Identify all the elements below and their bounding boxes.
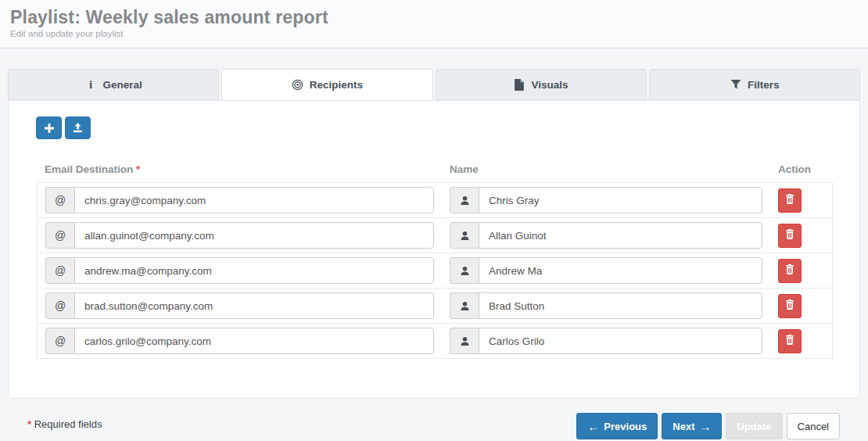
name-input[interactable]	[479, 257, 762, 284]
action-cell	[770, 329, 832, 353]
tab-visuals-label: Visuals	[532, 79, 569, 91]
tab-bar: i General Recipients Visuals Filters	[8, 69, 860, 100]
action-column-header: Action	[770, 163, 833, 175]
action-cell	[770, 188, 832, 213]
recipient-row: @	[38, 253, 832, 289]
required-fields-note: * Required fields	[27, 413, 102, 430]
user-icon	[450, 292, 479, 319]
user-icon	[450, 222, 479, 249]
email-column-header: Email Destination *	[37, 163, 442, 175]
page-title: Playlist: Weekly sales amount report	[10, 7, 858, 28]
name-input[interactable]	[479, 328, 762, 354]
user-icon	[450, 328, 479, 354]
cancel-button[interactable]: Cancel	[787, 413, 840, 439]
trash-icon	[785, 229, 794, 242]
plus-icon	[45, 124, 54, 133]
user-icon	[450, 257, 479, 284]
trash-icon	[785, 335, 794, 347]
email-input[interactable]	[74, 187, 434, 213]
bullseye-icon	[292, 79, 303, 91]
at-icon: @	[45, 328, 74, 354]
at-icon: @	[45, 257, 74, 284]
tab-general[interactable]: i General	[8, 69, 219, 100]
trash-icon	[785, 299, 794, 312]
tab-recipients-label: Recipients	[310, 79, 363, 91]
trash-icon	[785, 264, 794, 277]
arrow-left-icon: ←	[587, 421, 599, 432]
action-cell	[770, 224, 832, 248]
name-cell	[442, 222, 770, 249]
content-area: i General Recipients Visuals Filters	[0, 69, 868, 439]
name-cell	[442, 257, 770, 284]
recipient-row: @	[38, 324, 832, 359]
arrow-right-icon: →	[699, 421, 711, 432]
action-cell	[770, 259, 832, 283]
name-column-header: Name	[442, 163, 770, 175]
delete-recipient-button[interactable]	[778, 259, 802, 283]
email-input[interactable]	[74, 292, 434, 319]
recipients-table-body: @ @	[37, 182, 833, 359]
name-input[interactable]	[479, 222, 762, 249]
email-input[interactable]	[74, 222, 434, 249]
email-input[interactable]	[74, 257, 434, 284]
previous-button[interactable]: ← Previous	[576, 413, 658, 439]
footer-bar: * Required fields ← Previous Next → Upda…	[8, 399, 860, 439]
email-cell: @	[38, 328, 442, 354]
user-icon	[450, 187, 479, 213]
tab-visuals[interactable]: Visuals	[436, 69, 647, 100]
footer-buttons: ← Previous Next → Update Cancel	[576, 413, 840, 439]
recipient-row: @	[38, 218, 832, 253]
email-input[interactable]	[74, 328, 434, 354]
tab-filters[interactable]: Filters	[649, 69, 860, 100]
add-recipient-button[interactable]	[36, 117, 62, 139]
page-header: Playlist: Weekly sales amount report Edi…	[0, 0, 868, 48]
delete-recipient-button[interactable]	[778, 294, 802, 318]
info-icon: i	[84, 79, 96, 91]
upload-recipients-button[interactable]	[65, 117, 91, 139]
email-cell: @	[38, 257, 442, 284]
recipient-row: @	[38, 183, 832, 218]
page-subtitle: Edit and update your playlist	[10, 29, 858, 38]
tab-recipients[interactable]: Recipients	[221, 69, 432, 100]
recipients-table: Email Destination * Name Action @	[37, 156, 833, 359]
trash-icon	[785, 194, 794, 206]
recipients-toolbar	[36, 117, 831, 139]
tab-general-label: General	[102, 79, 142, 91]
name-cell	[442, 328, 770, 354]
name-cell	[442, 292, 770, 319]
recipients-table-header: Email Destination * Name Action	[37, 156, 833, 182]
name-cell	[442, 187, 770, 213]
filter-icon	[730, 79, 741, 91]
required-asterisk: *	[27, 418, 31, 430]
delete-recipient-button[interactable]	[778, 224, 802, 248]
email-cell: @	[38, 292, 442, 319]
action-cell	[770, 294, 832, 318]
file-icon	[514, 79, 525, 91]
at-icon: @	[45, 292, 74, 319]
recipients-panel: Email Destination * Name Action @	[8, 100, 860, 399]
next-button[interactable]: Next →	[662, 413, 722, 439]
upload-icon	[73, 123, 83, 133]
tab-filters-label: Filters	[748, 79, 780, 91]
recipient-row: @	[38, 289, 832, 324]
at-icon: @	[45, 187, 74, 213]
name-input[interactable]	[479, 187, 762, 213]
delete-recipient-button[interactable]	[778, 188, 802, 213]
delete-recipient-button[interactable]	[778, 329, 802, 353]
name-input[interactable]	[479, 292, 762, 319]
email-cell: @	[38, 222, 442, 249]
required-asterisk: *	[136, 163, 140, 175]
email-cell: @	[38, 187, 442, 213]
update-button[interactable]: Update	[726, 413, 782, 439]
at-icon: @	[45, 222, 74, 249]
